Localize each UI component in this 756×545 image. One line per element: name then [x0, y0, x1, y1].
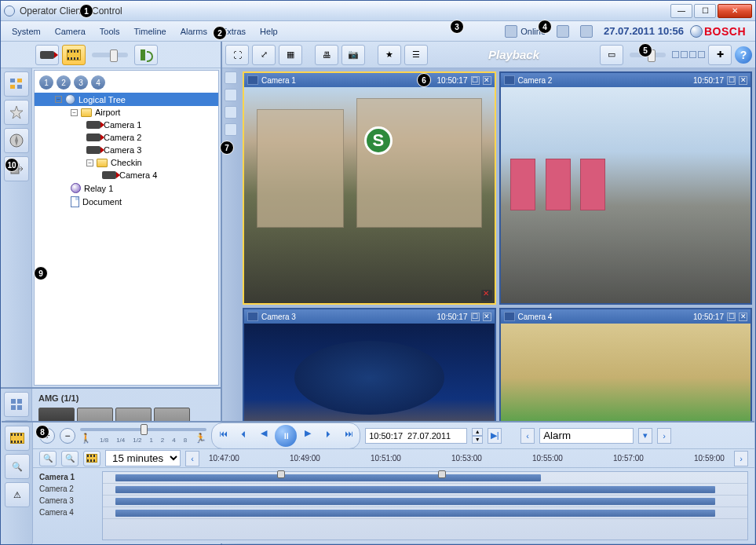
skip-end-button[interactable]: ⏭	[339, 425, 358, 442]
tool-monitor[interactable]: ▭	[600, 45, 623, 65]
camera-3-close[interactable]: ✕	[483, 313, 491, 321]
tree-airport[interactable]: − Airport	[35, 106, 218, 119]
alarm-select[interactable]	[539, 428, 634, 444]
tree-root[interactable]: − Logical Tree	[35, 93, 218, 106]
callout-2: 2	[213, 26, 227, 40]
track-cam1[interactable]	[103, 472, 747, 484]
tool-snapshot[interactable]: 📷	[341, 45, 365, 65]
tree-document[interactable]: Document	[35, 195, 218, 209]
expander-icon[interactable]: −	[55, 96, 62, 103]
tree-checkin[interactable]: − Checkin	[35, 156, 218, 169]
logical-tree[interactable]: 1 2 3 4 − Logical Tree − Airport	[34, 70, 219, 386]
menu-help[interactable]: Help	[254, 24, 284, 38]
track-cam3[interactable]	[103, 496, 747, 507]
menu-timeline[interactable]: Timeline	[128, 24, 173, 38]
tree-cam1[interactable]: Camera 1	[35, 119, 218, 131]
expander-icon[interactable]: −	[71, 109, 78, 116]
alarm-dropdown-button[interactable]: ▾	[638, 428, 652, 444]
play-back-button[interactable]: ◀	[254, 425, 273, 442]
close-button[interactable]: ✕	[718, 4, 752, 18]
step-back-button[interactable]: ⏴	[234, 425, 253, 442]
tool-bookmark[interactable]: ★	[378, 45, 401, 65]
ctrl-side-tabs: 🔍 ⚠	[2, 422, 33, 543]
dot-icon	[672, 51, 679, 58]
tree-cam3[interactable]: Camera 3	[35, 144, 218, 156]
timeline-zoom-in[interactable]: 🔍	[39, 451, 57, 466]
tl-label-cam4[interactable]: Camera 4	[39, 507, 99, 518]
side-ctrl-2[interactable]	[225, 89, 237, 101]
live-mode-button[interactable]	[35, 45, 59, 65]
tool-expand[interactable]: ⤢	[252, 45, 276, 65]
scroll-right-button[interactable]: ›	[734, 451, 748, 466]
camera-3-header: Camera 3 10:50:17 ☐ ✕	[244, 309, 495, 324]
tool-fullscreen[interactable]: ⛶	[225, 45, 249, 65]
pause-button[interactable]: ⏸	[275, 425, 297, 447]
zoom-out-button[interactable]: −	[60, 428, 75, 444]
ctrl-tab-alarm[interactable]: ⚠	[5, 482, 30, 507]
play-forward-button[interactable]: ▶	[298, 425, 317, 442]
expander-icon[interactable]: −	[86, 159, 93, 166]
help-button[interactable]: ?	[735, 46, 752, 64]
skip-start-button[interactable]: ⏮	[214, 425, 232, 442]
amg-tab-grid[interactable]	[4, 392, 29, 417]
side-ctrl-3[interactable]	[225, 106, 237, 119]
menu-camera[interactable]: Camera	[49, 24, 92, 38]
tree-relay[interactable]: Relay 1	[35, 181, 218, 195]
tl-label-cam3[interactable]: Camera 3	[39, 495, 99, 507]
camera-1-max[interactable]: ☐	[471, 76, 480, 85]
side-tab-tree[interactable]	[4, 71, 29, 97]
menu-tools[interactable]: Tools	[93, 24, 126, 38]
tool-print[interactable]: 🖶	[315, 45, 338, 65]
timeline-export[interactable]	[83, 451, 100, 466]
titlebar: Operator Client - Control — ☐ ✕	[1, 1, 755, 21]
camera-pane-1[interactable]: Camera 1 10:50:17 ☐ ✕ S	[243, 71, 496, 305]
tl-label-cam1[interactable]: Camera 1	[39, 471, 99, 483]
side-ctrl-4[interactable]	[225, 123, 237, 136]
side-tab-map[interactable]	[4, 128, 29, 153]
camera-2-max[interactable]: ☐	[727, 76, 736, 85]
range-select[interactable]: 15 minutes	[105, 450, 181, 466]
slider-thumb[interactable]	[141, 424, 148, 435]
timeline-tracks[interactable]	[102, 471, 748, 540]
camera-4-max[interactable]: ☐	[727, 313, 736, 321]
globe-icon[interactable]	[690, 25, 703, 38]
ctrl-tab-search[interactable]: 🔍	[5, 454, 30, 479]
camera-2-close[interactable]: ✕	[739, 76, 747, 85]
time-spinner[interactable]: ▲▼	[472, 428, 483, 444]
side-ctrl-1[interactable]	[225, 71, 237, 84]
tree-cam2[interactable]: Camera 2	[35, 131, 218, 144]
ctrl-tab-timeline[interactable]	[5, 426, 30, 451]
track-cam2[interactable]	[103, 484, 747, 496]
speed-slider[interactable]: 🚶 1/8 1/4 1/2 1 2 4 8 🏃	[80, 428, 206, 444]
alarm-next-button[interactable]: ›	[657, 428, 671, 444]
playback-mode-button[interactable]	[62, 45, 86, 65]
mute-icon[interactable]	[481, 290, 492, 301]
tool-bookmark-list[interactable]: ☰	[404, 45, 428, 65]
tl-label-cam2[interactable]: Camera 2	[39, 483, 99, 495]
workspace-3[interactable]: 3	[74, 75, 88, 90]
menu-alarms[interactable]: Alarms	[174, 24, 214, 38]
tool-image[interactable]: ▦	[279, 45, 302, 65]
goto-button[interactable]: ▶|	[488, 428, 502, 444]
tool-add-pane[interactable]: ✚	[708, 45, 732, 65]
side-tab-favorites[interactable]	[4, 100, 29, 125]
track-cam4[interactable]	[103, 507, 747, 519]
camera-1-close[interactable]: ✕	[483, 76, 491, 85]
alarm-prev-button[interactable]: ‹	[520, 428, 535, 444]
camera-3-max[interactable]: ☐	[471, 313, 480, 321]
audio-button[interactable]	[134, 45, 158, 65]
left-slider[interactable]	[92, 53, 128, 57]
workspace-2[interactable]: 2	[57, 75, 71, 90]
step-forward-button[interactable]: ⏵	[319, 425, 338, 442]
timeline-zoom-out[interactable]: 🔍	[61, 451, 79, 466]
menu-system[interactable]: System	[5, 24, 47, 38]
tree-cam4[interactable]: Camera 4	[35, 169, 218, 181]
scroll-left-button[interactable]: ‹	[185, 451, 199, 466]
camera-4-close[interactable]: ✕	[739, 313, 747, 321]
time-field[interactable]	[365, 428, 467, 444]
workspace-1[interactable]: 1	[39, 75, 53, 90]
maximize-button[interactable]: ☐	[694, 4, 716, 18]
camera-pane-2[interactable]: Camera 2 10:50:17 ☐ ✕	[499, 71, 753, 305]
minimize-button[interactable]: —	[670, 4, 692, 18]
workspace-4[interactable]: 4	[91, 75, 105, 90]
